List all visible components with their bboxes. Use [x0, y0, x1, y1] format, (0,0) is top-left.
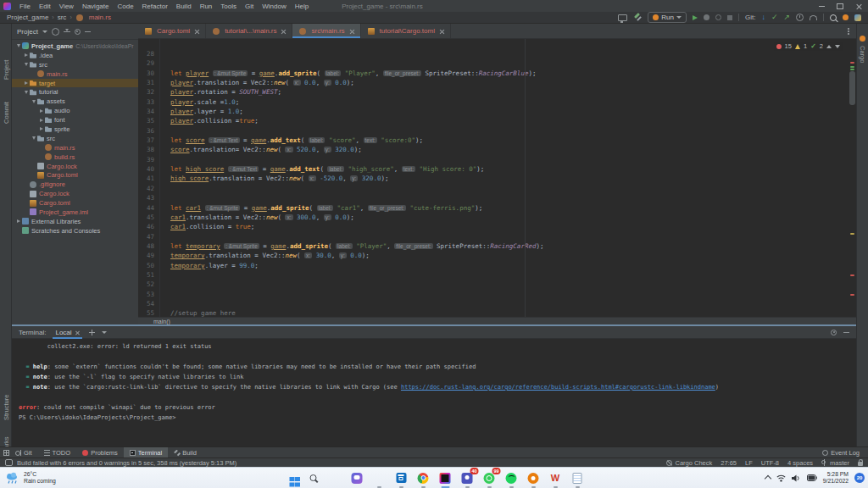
tree-item-target[interactable]: target [12, 79, 138, 88]
git-commit-icon[interactable]: ✓ [771, 14, 778, 21]
breadcrumb-item[interactable]: main.rs [89, 14, 111, 21]
chevron-expanded-icon[interactable] [25, 91, 28, 94]
teams-icon[interactable]: 40 [459, 469, 476, 487]
error-stripe-mark[interactable] [850, 274, 854, 276]
tree-item-scratches-and-consoles[interactable]: Scratches and Consoles [12, 226, 138, 236]
close-icon[interactable] [439, 29, 444, 34]
file-explorer-icon[interactable] [370, 469, 388, 487]
tree-item-main-rs[interactable]: main.rs [12, 143, 138, 152]
tree-item-tutorial[interactable]: tutorial [12, 87, 138, 97]
toolwindow-button-terminal[interactable]: Terminal [124, 447, 168, 458]
menu-tools[interactable]: Tools [216, 3, 241, 10]
undo-icon[interactable] [810, 15, 817, 20]
chevron-collapsed-icon[interactable] [17, 219, 20, 223]
new-terminal-icon[interactable] [89, 330, 95, 336]
hide-panel-icon[interactable] [85, 31, 91, 32]
tool-strip-cargo[interactable]: Cargo [859, 46, 866, 63]
terminal-tab-local[interactable]: Local [53, 326, 81, 339]
whatsapp-icon[interactable]: 99 [481, 469, 498, 487]
settings-icon[interactable] [854, 14, 861, 21]
menu-file[interactable]: File [15, 3, 35, 10]
minimize-button[interactable] [812, 0, 831, 12]
status-message[interactable]: Build failed with 6 errors and 0 warning… [17, 459, 236, 467]
task-view-icon[interactable] [326, 469, 344, 487]
chevron-collapsed-icon[interactable] [40, 127, 43, 130]
debug-button[interactable] [704, 14, 709, 20]
menu-build[interactable]: Build [172, 3, 196, 10]
tool-strip-commit[interactable]: Commit [3, 102, 10, 124]
profiler-button[interactable] [715, 14, 721, 20]
search-everywhere-icon[interactable] [830, 14, 837, 21]
tree-item-external-libraries[interactable]: External Libraries [12, 217, 138, 226]
tab-options-icon[interactable] [848, 30, 849, 32]
gear-icon[interactable] [75, 29, 81, 35]
tree-item-cargo-lock[interactable]: Cargo.lock [12, 162, 138, 171]
battery-icon[interactable] [807, 474, 817, 481]
status-widget-utf-8[interactable]: UTF-8 [761, 459, 779, 467]
editor-scrollbar[interactable] [849, 71, 855, 105]
git-update-icon[interactable]: ↓ [761, 14, 765, 21]
tree-item-cargo-lock[interactable]: Cargo.lock [12, 189, 138, 198]
tree-item-src[interactable]: src [12, 60, 138, 69]
tree-item-assets[interactable]: assets [12, 97, 138, 106]
close-icon[interactable] [281, 29, 286, 34]
menu-window[interactable]: Window [258, 3, 290, 10]
build-hammer-icon[interactable] [633, 14, 642, 21]
history-icon[interactable] [796, 14, 804, 21]
editor-tab-src-main-rs[interactable]: src\main.rs [292, 24, 360, 38]
code-content[interactable]: let player : &mut Sprite = game.add_spri… [160, 39, 856, 317]
tree-item-build-rs[interactable]: build.rs [12, 152, 138, 162]
breadcrumb-item[interactable]: Project_game [7, 14, 48, 21]
store-icon[interactable] [392, 469, 410, 487]
chevron-expanded-icon[interactable] [25, 63, 28, 66]
tree-item-audio[interactable]: audio [12, 106, 138, 115]
clock-widget[interactable]: 5:28 PM 9/21/2022 [823, 471, 849, 485]
word-icon[interactable]: W [547, 469, 565, 487]
close-icon[interactable] [194, 29, 199, 34]
error-stripe-mark[interactable] [850, 62, 854, 64]
chevron-expanded-icon[interactable] [17, 44, 20, 47]
run-configuration-select[interactable]: Run [648, 12, 687, 23]
breadcrumb-item[interactable]: src [58, 14, 67, 21]
vcs-stripe-mark[interactable] [850, 66, 854, 68]
tree-item--idea[interactable]: .idea [12, 51, 138, 60]
chevron-collapsed-icon[interactable] [25, 81, 28, 85]
menu-code[interactable]: Code [113, 3, 137, 10]
tray-chevron-up-icon[interactable] [765, 474, 771, 481]
cargo-icon[interactable] [860, 36, 865, 42]
tree-item--gitignore[interactable]: .gitignore [12, 180, 138, 189]
blender-icon[interactable] [525, 469, 542, 487]
tree-item-cargo-toml[interactable]: Cargo.toml [12, 170, 138, 180]
tree-item-main-rs[interactable]: main.rs [12, 69, 138, 79]
status-widget-cargo-check[interactable]: Cargo Check [666, 459, 712, 467]
menu-git[interactable]: Git [241, 3, 258, 10]
terminal-link[interactable]: https://doc.rust-lang.org/cargo/referenc… [401, 384, 715, 391]
terminal-settings-icon[interactable] [831, 330, 837, 336]
chevron-expanded-icon[interactable] [32, 100, 36, 103]
tree-item-project-game-iml[interactable]: Project_game.iml [12, 208, 138, 217]
chevron-down-icon[interactable] [102, 331, 107, 334]
chrome-icon[interactable] [415, 469, 432, 487]
chevron-collapsed-icon[interactable] [40, 109, 43, 113]
menu-view[interactable]: View [55, 3, 78, 10]
event-log-button[interactable]: Event Log [822, 449, 868, 457]
menu-refactor[interactable]: Refactor [138, 3, 172, 10]
status-widget-lf[interactable]: LF [745, 459, 753, 467]
stop-button[interactable] [727, 15, 732, 20]
spotify-icon[interactable] [503, 469, 520, 487]
toolwindow-button-todo[interactable]: TODO [38, 447, 77, 458]
status-widget-lock[interactable] [858, 460, 863, 466]
project-panel-title[interactable]: Project [17, 28, 38, 36]
tree-item-cargo-toml[interactable]: Cargo.toml [12, 198, 138, 208]
close-button[interactable] [849, 0, 868, 12]
editor-tab-tutorial-main-rs[interactable]: tutorial\...\main.rs [206, 24, 292, 38]
chevron-collapsed-icon[interactable] [40, 119, 43, 122]
error-stripe-mark[interactable] [850, 294, 854, 296]
tree-item-project-game[interactable]: Project_gameC:\Users\idoko\IdeaPr [12, 42, 138, 51]
search-icon[interactable] [304, 469, 322, 487]
menu-help[interactable]: Help [291, 3, 313, 10]
status-widget-4-spaces[interactable]: 4 spaces [787, 459, 813, 467]
chat-icon[interactable] [348, 469, 366, 487]
chevron-collapsed-icon[interactable] [25, 53, 28, 57]
git-push-icon[interactable]: ↗ [783, 14, 790, 21]
